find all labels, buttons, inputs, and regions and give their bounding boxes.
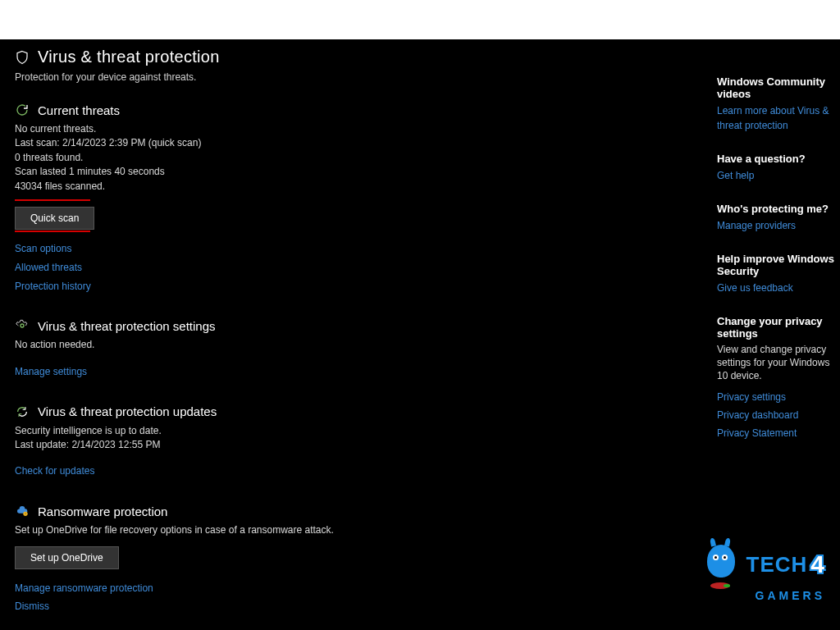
settings-gear-icon [15, 318, 30, 333]
setup-onedrive-button[interactable]: Set up OneDrive [15, 546, 119, 569]
scan-options-link[interactable]: Scan options [15, 240, 540, 258]
highlight-bar-bottom [15, 231, 90, 232]
updates-header: Virus & threat protection updates [15, 404, 540, 419]
side-protecting-heading: Who's protecting me? [717, 203, 838, 215]
current-threats-heading: Current threats [38, 103, 120, 117]
dismiss-link[interactable]: Dismiss [15, 597, 540, 616]
updates-status: Security intelligence is up to date. [15, 424, 540, 438]
privacy-dashboard-link[interactable]: Privacy dashboard [717, 408, 838, 422]
current-threats-status: No current threats. Last scan: 2/14/2023… [15, 122, 540, 194]
current-threats-header: Current threats [15, 103, 540, 117]
svg-text:!: ! [25, 512, 25, 516]
privacy-settings-link[interactable]: Privacy settings [717, 390, 838, 404]
side-community: Windows Community videos Learn more abou… [717, 75, 838, 133]
scan-duration-text: Scan lasted 1 minutes 40 seconds [15, 165, 540, 179]
ransomware-header: ! Ransomware protection [15, 504, 540, 518]
manage-ransomware-link[interactable]: Manage ransomware protection [15, 579, 540, 598]
scan-icon [15, 103, 30, 117]
page-title-row: Virus & threat protection [15, 48, 540, 66]
side-question-heading: Have a question? [717, 153, 838, 165]
updates-last-update: Last update: 2/14/2023 12:55 PM [15, 438, 540, 452]
watermark-text: TECH 4 [746, 550, 829, 578]
side-get-help-link[interactable]: Get help [717, 168, 838, 183]
side-feedback-link[interactable]: Give us feedback [717, 281, 838, 295]
manage-settings-link[interactable]: Manage settings [15, 363, 540, 381]
side-community-heading: Windows Community videos [717, 75, 838, 100]
update-sync-icon [15, 404, 30, 419]
watermark-four: 4 [810, 550, 825, 578]
side-question: Have a question? Get help [717, 153, 838, 183]
side-community-link[interactable]: Learn more about Virus & threat protecti… [717, 103, 838, 133]
current-threats-links: Scan options Allowed threats Protection … [15, 240, 540, 295]
windows-security-virus-threat-page: Virus & threat protection Protection for… [0, 39, 840, 630]
quick-scan-button[interactable]: Quick scan [15, 207, 94, 230]
threats-found-text: 0 threats found. [15, 151, 540, 165]
page-title: Virus & threat protection [38, 48, 220, 66]
shield-icon [15, 50, 30, 65]
side-improve-heading: Help improve Windows Security [717, 253, 838, 277]
check-updates-link[interactable]: Check for updates [15, 462, 540, 481]
quick-scan-highlight: Quick scan [15, 202, 94, 230]
protection-history-link[interactable]: Protection history [15, 277, 540, 296]
watermark-tech: TECH [746, 552, 808, 578]
last-scan-text: Last scan: 2/14/2023 2:39 PM (quick scan… [15, 136, 540, 150]
side-manage-providers-link[interactable]: Manage providers [717, 218, 838, 233]
ransomware-links: Manage ransomware protection Dismiss [15, 579, 540, 617]
highlight-bar-top [15, 199, 90, 201]
page-subtitle: Protection for your device against threa… [15, 71, 540, 83]
updates-links: Check for updates [15, 462, 540, 481]
side-privacy-desc: View and change privacy settings for you… [717, 343, 838, 383]
watermark-mascot-icon [701, 540, 742, 589]
watermark-gamers: GAMERS [756, 589, 825, 602]
watermark-logo: TECH 4 [701, 540, 829, 589]
ransomware-desc: Set up OneDrive for file recovery option… [15, 523, 540, 537]
ransomware-heading: Ransomware protection [38, 504, 167, 518]
updates-heading: Virus & threat protection updates [38, 404, 217, 418]
main-column: Virus & threat protection Protection for… [15, 48, 540, 616]
privacy-statement-link[interactable]: Privacy Statement [717, 426, 838, 441]
side-improve: Help improve Windows Security Give us fe… [717, 253, 838, 295]
files-scanned-text: 43034 files scanned. [15, 180, 540, 194]
side-column: Windows Community videos Learn more abou… [717, 75, 840, 460]
settings-links: Manage settings [15, 363, 540, 381]
settings-header: Virus & threat protection settings [15, 318, 540, 333]
side-protecting: Who's protecting me? Manage providers [717, 203, 838, 233]
svg-point-0 [21, 324, 24, 327]
onedrive-warning-icon: ! [15, 504, 30, 518]
settings-heading: Virus & threat protection settings [38, 319, 216, 333]
no-threats-text: No current threats. [15, 122, 540, 136]
settings-status: No action needed. [15, 338, 540, 352]
side-privacy: Change your privacy settings View and ch… [717, 315, 838, 441]
side-privacy-heading: Change your privacy settings [717, 315, 838, 340]
allowed-threats-link[interactable]: Allowed threats [15, 258, 540, 277]
